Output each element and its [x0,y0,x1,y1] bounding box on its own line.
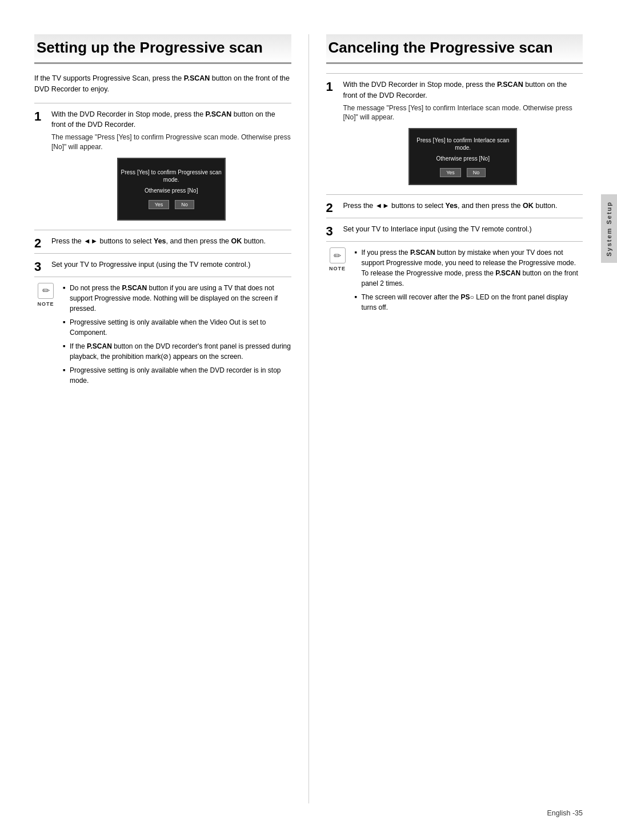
page-footer: English -35 [34,803,583,817]
sidebar-label: System Setup [606,201,612,257]
left-section-title: Setting up the Progressive scan [34,34,291,64]
left-step1-content: With the DVD Recorder in Stop mode, pres… [51,109,291,226]
right-step2-number: 2 [326,202,339,214]
left-step3-row: 3 Set your TV to Progressive input (usin… [34,259,291,273]
right-screen-buttons: Yes No [440,168,486,177]
right-step3-main: Set your TV to Interlace input (using th… [343,224,583,235]
left-screen-btn-no: No [175,200,194,209]
right-step3-block: 3 Set your TV to Interlace input (using … [326,218,583,241]
right-screen-inner: Press [Yes] to confirm Interlace scan mo… [410,129,516,184]
right-section-title: Canceling the Progressive scan [326,34,583,64]
page-number: English -35 [547,809,583,817]
left-note-item-3: If the P.SCAN button on the DVD recorder… [63,341,291,362]
right-step3-row: 3 Set your TV to Interlace input (using … [326,224,583,238]
left-step1-main: With the DVD Recorder in Stop mode, pres… [51,109,291,131]
right-screen-btn-no: No [467,168,486,177]
left-note-list: Do not press the P.SCAN button if you ar… [63,283,291,386]
left-note-icon-area: ✏ NOTE [34,283,57,307]
left-note-item-1: Do not press the P.SCAN button if you ar… [63,283,291,314]
main-content: Setting up the Progressive scan If the T… [34,34,583,803]
left-note-label: NOTE [37,301,54,307]
left-step1-number: 1 [34,110,47,123]
right-step1-number: 1 [326,81,339,93]
right-screen-btn-yes: Yes [440,168,461,177]
left-note-pencil-icon: ✏ [38,283,54,299]
right-note-label: NOTE [329,266,346,271]
right-note-item-1: If you press the P.SCAN button by mistak… [355,247,583,289]
left-step2-row: 2 Press the ◄► buttons to select Yes, an… [34,236,291,250]
left-intro: If the TV supports Progressive Scan, pre… [34,73,291,95]
sidebar-tab: System Setup [601,194,617,263]
left-screen-line2: Otherwise press [No] [145,187,198,194]
right-step1-block: 1 With the DVD Recorder in Stop mode, pr… [326,73,583,194]
right-screen-line2: Otherwise press [No] [436,155,490,162]
right-note-item-2: The screen will recover after the PS○ LE… [355,292,583,313]
left-step3-content: Set your TV to Progressive input (using … [51,259,291,270]
left-step3-main: Set your TV to Progressive input (using … [51,259,291,270]
left-step2-content: Press the ◄► buttons to select Yes, and … [51,236,291,247]
right-step1-sub: The message "Press [Yes] to confirm Inte… [343,103,583,123]
right-step2-row: 2 Press the ◄► buttons to select Yes, an… [326,201,583,214]
right-screen-image: Press [Yes] to confirm Interlace scan mo… [408,128,517,185]
left-screen-line1: Press [Yes] to confirm Progressive scan … [118,169,225,183]
right-step2-main: Press the ◄► buttons to select Yes, and … [343,201,583,211]
right-note-list: If you press the P.SCAN button by mistak… [355,247,583,313]
right-note-icon-area: ✏ NOTE [326,247,349,271]
right-note-pencil-icon: ✏ [330,247,346,263]
left-step1-block: 1 With the DVD Recorder in Stop mode, pr… [34,103,291,230]
left-screen-buttons: Yes No [149,200,194,209]
right-step1-main: With the DVD Recorder in Stop mode, pres… [343,79,583,101]
left-step3-block: 3 Set your TV to Progressive input (usin… [34,253,291,277]
left-note-item-2: Progressive setting is only available wh… [63,317,291,338]
left-screen-btn-yes: Yes [149,200,170,209]
left-screen-inner: Press [Yes] to confirm Progressive scan … [118,159,225,219]
right-column: Canceling the Progressive scan 1 With th… [309,34,583,803]
left-step2-block: 2 Press the ◄► buttons to select Yes, an… [34,230,291,253]
right-step1-content: With the DVD Recorder in Stop mode, pres… [343,79,583,191]
left-note-item-4: Progressive setting is only available wh… [63,365,291,386]
left-note-content: Do not press the P.SCAN button if you ar… [63,283,291,389]
left-note-block: ✏ NOTE Do not press the P.SCAN button if… [34,277,291,393]
left-step2-number: 2 [34,237,47,250]
left-step3-number: 3 [34,261,47,273]
right-step3-number: 3 [326,225,339,238]
right-step2-content: Press the ◄► buttons to select Yes, and … [343,201,583,211]
right-screen-line1: Press [Yes] to confirm Interlace scan mo… [410,137,516,151]
right-note-block: ✏ NOTE If you press the P.SCAN button by… [326,241,583,319]
right-step3-content: Set your TV to Interlace input (using th… [343,224,583,235]
page: Setting up the Progressive scan If the T… [0,0,617,840]
right-note-content: If you press the P.SCAN button by mistak… [355,247,583,316]
right-step1-row: 1 With the DVD Recorder in Stop mode, pr… [326,79,583,191]
right-step2-block: 2 Press the ◄► buttons to select Yes, an… [326,194,583,218]
left-step1-row: 1 With the DVD Recorder in Stop mode, pr… [34,109,291,226]
left-step2-main: Press the ◄► buttons to select Yes, and … [51,236,291,247]
left-screen-image: Press [Yes] to confirm Progressive scan … [117,158,226,221]
left-step1-sub: The message "Press [Yes] to confirm Prog… [51,133,291,152]
left-column: Setting up the Progressive scan If the T… [34,34,309,803]
